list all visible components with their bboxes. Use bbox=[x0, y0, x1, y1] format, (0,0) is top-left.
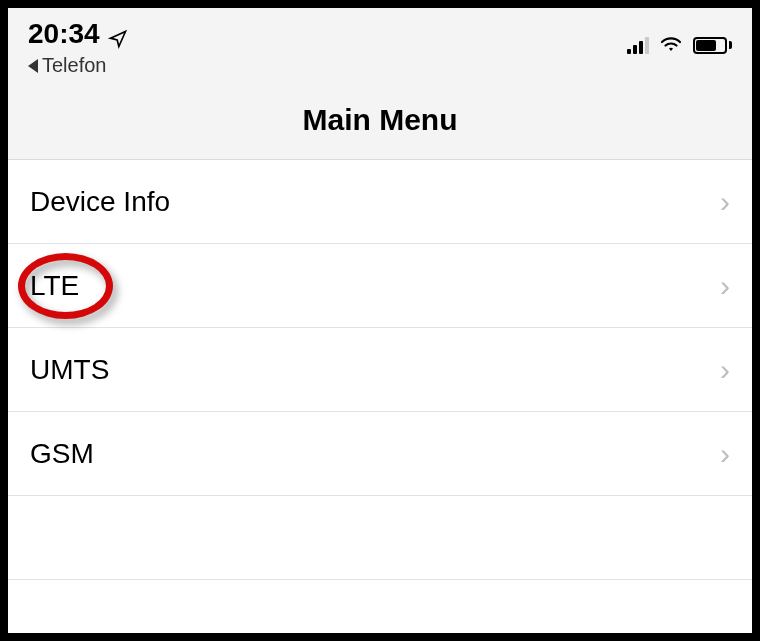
menu-item-label: Device Info bbox=[30, 186, 170, 218]
wifi-icon bbox=[659, 34, 683, 56]
menu-item-umts[interactable]: UMTS › bbox=[8, 328, 752, 412]
page-title: Main Menu bbox=[8, 77, 752, 160]
status-time-row: 20:34 bbox=[28, 18, 128, 50]
status-left: 20:34 Telefon bbox=[28, 18, 128, 77]
screen-frame: 20:34 Telefon bbox=[0, 0, 760, 641]
location-icon bbox=[108, 24, 128, 44]
cellular-signal-icon bbox=[627, 36, 649, 54]
back-caret-icon bbox=[28, 59, 38, 73]
menu-item-label: LTE bbox=[30, 270, 79, 302]
back-to-app[interactable]: Telefon bbox=[28, 54, 107, 77]
menu-item-label: UMTS bbox=[30, 354, 109, 386]
chevron-right-icon: › bbox=[720, 269, 730, 303]
status-bar: 20:34 Telefon bbox=[8, 8, 752, 77]
menu-item-empty bbox=[8, 496, 752, 580]
chevron-right-icon: › bbox=[720, 353, 730, 387]
chevron-right-icon: › bbox=[720, 437, 730, 471]
status-time: 20:34 bbox=[28, 18, 100, 50]
menu-item-gsm[interactable]: GSM › bbox=[8, 412, 752, 496]
menu-item-label: GSM bbox=[30, 438, 94, 470]
status-right bbox=[627, 18, 732, 56]
chevron-right-icon: › bbox=[720, 185, 730, 219]
menu-item-lte[interactable]: LTE › bbox=[8, 244, 752, 328]
battery-icon bbox=[693, 37, 732, 54]
menu-list: Device Info › LTE › UMTS › GSM › bbox=[8, 160, 752, 633]
menu-item-device-info[interactable]: Device Info › bbox=[8, 160, 752, 244]
back-app-label: Telefon bbox=[42, 54, 107, 77]
